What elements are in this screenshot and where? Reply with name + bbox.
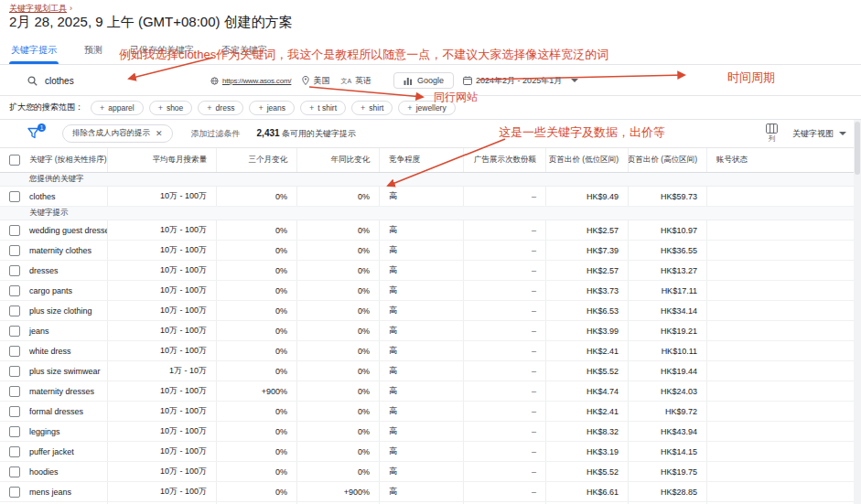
row-checkbox[interactable] [9,191,20,202]
tab-预测[interactable]: 预测 [82,38,104,62]
table-row[interactable]: jeans10万 - 100万0%0%高–HK$3.99HK$19.21 [0,321,854,341]
table-row[interactable]: cargo pants10万 - 100万0%0%高–HK$3.73HK$17.… [0,281,854,301]
cell-high_bid: HK$19.75 [629,462,707,481]
network-selector[interactable]: Google [393,72,454,89]
table-row[interactable]: maternity dresses10万 - 100万+900%0%高–HK$4… [0,381,854,402]
expand-chip-shirt[interactable]: +shirt [351,101,393,115]
header-competition[interactable]: 竞争程度 [380,148,464,172]
breadcrumb-link[interactable]: 关键字规划工具 [9,4,67,13]
cell-high_bid: HK$17.11 [629,281,707,300]
cell-yoy: 0% [297,301,380,320]
cell-yoy: 0% [297,341,380,360]
cell-yoy: 0% [297,422,380,441]
network-value: Google [417,76,444,85]
cell-low_bid: HK$6.53 [546,301,629,320]
row-checkbox[interactable] [9,406,20,417]
row-checkbox[interactable] [9,487,20,498]
add-filter-button[interactable]: 添加过滤条件 [191,128,241,140]
network-icon [404,77,413,85]
language-filter[interactable]: 文A 英语 [340,75,371,87]
row-checkbox[interactable] [9,265,20,276]
row-checkbox[interactable] [9,426,20,437]
cell-volume: 10万 - 100万 [108,402,217,421]
header-three_month[interactable]: 三个月变化 [217,148,297,172]
keyword-search-field[interactable]: clothes [27,76,192,86]
table-row[interactable]: puffer jacket10万 - 100万0%0%高–HK$3.19HK$1… [0,442,854,462]
calendar-icon [463,76,472,85]
filter-button[interactable]: 1 [27,127,42,140]
cell-volume: 10万 - 100万 [108,241,217,260]
row-checkbox[interactable] [9,326,20,337]
close-icon[interactable]: ✕ [156,129,163,138]
table-row[interactable]: leggings10万 - 100万0%0%高–HK$8.32HK$43.94 [0,422,854,442]
expand-chip-jeans[interactable]: +jeans [249,101,295,115]
cell-volume: 10万 - 100万 [108,261,217,280]
date-range-selector[interactable]: 2024年2月 - 2025年1月 [463,75,578,87]
cell-volume: 10万 - 100万 [108,281,217,300]
columns-icon [766,123,778,134]
header-keyword[interactable]: 关键字 (按相关性排序) [0,148,108,172]
cell-ad_share: – [464,220,546,240]
expand-chip-shoe[interactable]: +shoe [149,101,193,115]
active-filter-chip[interactable]: 排除含成人内容的提示 ✕ [62,124,173,143]
row-checkbox[interactable] [9,366,20,377]
scrollbar-thumb[interactable] [855,122,860,175]
table-row[interactable]: mens jeans10万 - 100万0%+900%高–HK$6.61HK$2… [0,482,854,502]
header-volume[interactable]: 平均每月搜索量 [108,148,217,172]
expand-chip-dress[interactable]: +dress [198,101,243,115]
table-row[interactable]: wedding guest dresses10万 - 100万0%0%高–HK$… [0,220,854,241]
table-row[interactable]: plus size swimwear1万 - 10万0%0%高–HK$5.52H… [0,361,854,381]
row-checkbox[interactable] [9,225,20,236]
cell-low_bid: HK$5.52 [546,462,629,481]
active-filter-label: 排除含成人内容的提示 [72,128,150,139]
cell-yoy: 0% [297,402,380,421]
table-row[interactable]: plus size clothing10万 - 100万0%0%高–HK$6.5… [0,301,854,321]
columns-button[interactable]: 列 [766,123,778,144]
cell-high_bid: HK$10.11 [629,341,707,360]
cell-competition: 高 [380,462,464,481]
row-checkbox[interactable] [9,285,20,296]
location-value: 美国 [313,75,329,87]
cell-high_bid: HK$9.72 [629,402,707,421]
select-all-checkbox[interactable] [9,155,20,166]
section-keyword-suggestions: 关键字提示 [0,207,854,220]
cell-volume: 10万 - 100万 [108,301,217,320]
cell-volume: 1万 - 10万 [108,361,217,381]
header-status[interactable]: 账号状态 [707,148,854,172]
cell-ad_share: – [464,402,546,421]
tab-关键字提示[interactable]: 关键字提示 [9,38,59,62]
table-row[interactable]: maternity clothes10万 - 100万0%0%高–HK$7.39… [0,241,854,261]
table-row[interactable]: dresses10万 - 100万0%0%高–HK$2.57HK$13.27 [0,261,854,281]
header-ad_share[interactable]: 广告展示次数份额 [464,148,546,172]
cell-status [707,261,854,280]
cell-three_month: +900% [217,381,297,401]
row-checkbox[interactable] [9,446,20,457]
expand-chip-apparel[interactable]: +apparel [91,101,144,115]
cell-status [707,402,854,421]
cell-high_bid: HK$28.85 [629,482,707,501]
keyword-view-selector[interactable]: 关键字视图 [792,128,846,140]
header-yoy[interactable]: 年同比变化 [297,148,380,172]
cell-keyword: jeans [0,321,108,340]
row-checkbox[interactable] [9,386,20,397]
header-high_bid[interactable]: 页首出价 (高位区间) [629,148,707,172]
row-checkbox[interactable] [9,466,20,477]
cell-volume: 10万 - 100万 [108,220,217,240]
cell-competition: 高 [380,220,464,240]
header-low_bid[interactable]: 页首出价 (低位区间) [546,148,629,172]
row-checkbox[interactable] [9,346,20,357]
row-checkbox[interactable] [9,306,20,316]
location-filter[interactable]: 美国 [302,75,329,87]
cell-yoy: 0% [297,241,380,260]
cell-competition: 高 [380,187,464,206]
expand-chip-t shirt[interactable]: +t shirt [300,101,346,115]
expand-search-row: 扩大您的搜索范围： +apparel+shoe+dress+jeans+t sh… [0,96,861,119]
site-filter[interactable]: https://www.asos.com/ [210,77,291,85]
table-row[interactable]: clothes10万 - 100万0%0%高–HK$9.49HK$59.73 [0,187,854,207]
table-row[interactable]: white dress10万 - 100万0%0%高–HK$2.41HK$10.… [0,341,854,361]
cell-ad_share: – [464,381,546,401]
row-checkbox[interactable] [9,245,20,256]
vertical-scrollbar[interactable] [854,120,861,504]
table-row[interactable]: hoodies10万 - 100万0%0%高–HK$5.52HK$19.75 [0,462,854,482]
table-row[interactable]: formal dresses10万 - 100万0%0%高–HK$2.41HK$… [0,402,854,422]
